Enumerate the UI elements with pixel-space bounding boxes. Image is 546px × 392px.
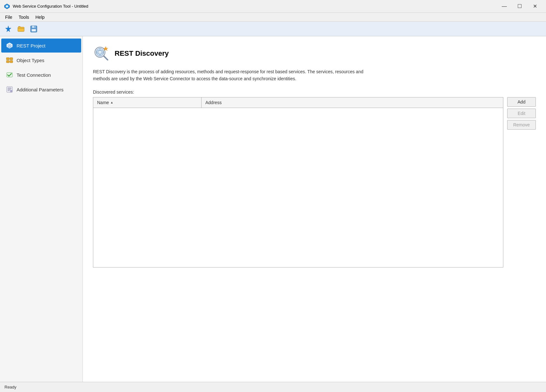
column-name-label: Name xyxy=(97,100,109,105)
menu-tools[interactable]: Tools xyxy=(16,14,32,20)
menu-file[interactable]: File xyxy=(2,14,16,20)
services-area: Name ▲ Address Add Edit Remove xyxy=(93,97,536,267)
svg-rect-8 xyxy=(34,26,35,28)
remove-button[interactable]: Remove xyxy=(507,120,536,130)
sidebar-label-additional-parameters: Additional Parameters xyxy=(17,87,64,92)
column-address[interactable]: Address xyxy=(202,97,503,108)
sidebar-item-rest-project[interactable]: REST Project xyxy=(1,39,81,53)
additional-parameters-icon xyxy=(6,86,13,93)
svg-rect-14 xyxy=(10,58,13,60)
sidebar-item-test-connection[interactable]: Test Connection xyxy=(1,68,81,82)
test-connection-icon xyxy=(6,71,13,79)
svg-point-12 xyxy=(9,45,10,46)
object-types-icon xyxy=(6,56,13,64)
status-bar: Ready xyxy=(0,382,546,392)
sidebar-label-test-connection: Test Connection xyxy=(17,72,51,78)
sidebar-item-additional-parameters[interactable]: Additional Parameters xyxy=(1,82,81,96)
sort-arrow-name: ▲ xyxy=(110,101,113,104)
rest-discovery-icon xyxy=(93,45,110,62)
discovered-services-label: Discovered services: xyxy=(93,89,536,95)
title-bar-left: Web Service Configuration Tool - Untitle… xyxy=(4,3,88,10)
menu-bar: File Tools Help xyxy=(0,13,546,22)
sidebar-label-rest-project: REST Project xyxy=(17,43,46,48)
content-header: REST Discovery xyxy=(93,45,536,62)
status-text: Ready xyxy=(4,385,17,389)
sidebar: REST Project Object Types xyxy=(0,36,83,382)
title-bar-controls: — ☐ ✕ xyxy=(497,1,542,11)
svg-rect-7 xyxy=(32,29,36,32)
svg-line-33 xyxy=(104,56,108,60)
svg-rect-4 xyxy=(18,27,24,32)
services-table: Name ▲ Address xyxy=(93,97,503,267)
toolbar xyxy=(0,22,546,36)
open-button[interactable] xyxy=(15,24,27,34)
svg-rect-13 xyxy=(6,58,9,60)
maximize-button[interactable]: ☐ xyxy=(512,1,527,11)
svg-rect-6 xyxy=(32,26,36,28)
new-button[interactable] xyxy=(3,24,14,34)
svg-point-2 xyxy=(6,5,8,7)
add-button[interactable]: Add xyxy=(507,97,536,107)
rest-project-icon xyxy=(6,42,13,49)
title-bar: Web Service Configuration Tool - Untitle… xyxy=(0,0,546,13)
column-address-label: Address xyxy=(205,100,222,105)
minimize-button[interactable]: — xyxy=(497,1,512,11)
action-buttons: Add Edit Remove xyxy=(507,97,536,130)
main-content: REST Discovery REST Discovery is the pro… xyxy=(83,36,546,382)
content-description: REST Discovery is the process of adding … xyxy=(93,68,379,82)
close-button[interactable]: ✕ xyxy=(528,1,542,11)
edit-button[interactable]: Edit xyxy=(507,109,536,118)
save-button[interactable] xyxy=(28,24,39,34)
menu-help[interactable]: Help xyxy=(32,14,48,20)
table-body xyxy=(93,108,503,267)
svg-marker-3 xyxy=(5,26,11,32)
window-title: Web Service Configuration Tool - Untitle… xyxy=(13,4,88,9)
column-name[interactable]: Name ▲ xyxy=(93,97,202,108)
svg-rect-16 xyxy=(10,61,13,63)
sidebar-label-object-types: Object Types xyxy=(17,58,44,63)
svg-rect-15 xyxy=(6,61,9,63)
app-icon xyxy=(4,3,10,10)
app-body: REST Project Object Types xyxy=(0,36,546,382)
table-header: Name ▲ Address xyxy=(93,97,503,108)
svg-point-34 xyxy=(98,50,102,54)
sidebar-item-object-types[interactable]: Object Types xyxy=(1,53,81,67)
page-title: REST Discovery xyxy=(115,49,169,58)
